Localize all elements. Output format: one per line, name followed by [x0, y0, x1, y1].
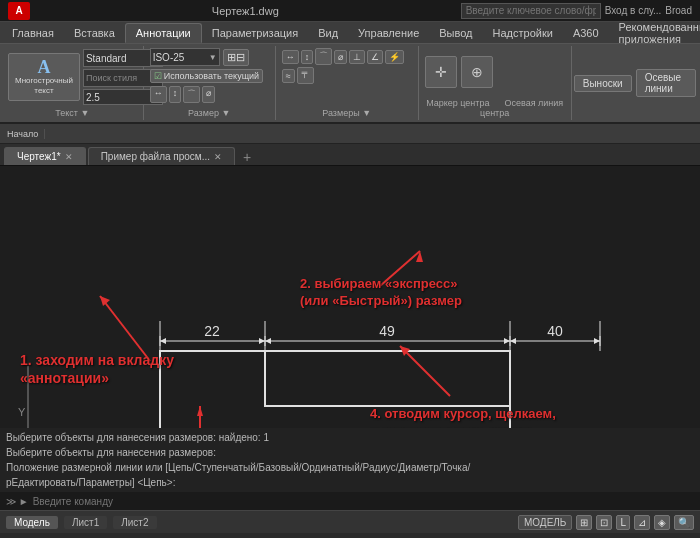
- razmer-btn-8[interactable]: ≈: [282, 69, 295, 83]
- toolbar-separator: |: [43, 128, 46, 139]
- ribbon-group-size: ISO-25 ▼ ⊞⊟ ☑ Использовать текущий ↔ ↕ ⌒…: [146, 46, 276, 120]
- multiline-text-button[interactable]: A Многострочныйтекст: [8, 53, 80, 100]
- razmer-btn-4[interactable]: ⌀: [334, 50, 347, 64]
- annotation-2: 2. выбираем «экспресс» (или «Быстрый») р…: [300, 276, 462, 310]
- polar-toggle[interactable]: ⊿: [634, 515, 650, 530]
- ribbon-group-text: A Многострочныйтекст Standard ▼ Поиск ст…: [4, 46, 144, 120]
- markers-label: Маркер центра Осевая линия центра: [425, 96, 565, 118]
- status-right: МОДЕЛЬ ⊞ ⊡ L ⊿ ◈ 🔍: [518, 515, 694, 530]
- text-icon: A: [37, 58, 50, 76]
- chevron-down-icon: ▼: [209, 53, 217, 62]
- bottom-section: Выберите объекты для нанесения размеров:…: [0, 428, 700, 538]
- svg-text:49: 49: [379, 323, 395, 339]
- broad-label: Broad: [665, 5, 692, 16]
- status-line-3: Положение размерной линии или [Цепь/Ступ…: [6, 460, 694, 475]
- tab-parametrize[interactable]: Параметризация: [202, 23, 308, 43]
- dim-btn-1[interactable]: ↔: [150, 86, 167, 103]
- multiline-text-label: Многострочныйтекст: [15, 76, 73, 95]
- size-group-content: ISO-25 ▼ ⊞⊟ ☑ Использовать текущий ↔ ↕ ⌒…: [150, 48, 263, 106]
- doc-tabs: Чертеж1* ✕ Пример файла просм... ✕ +: [0, 144, 700, 166]
- size-row2: ☑ Использовать текущий: [150, 69, 263, 83]
- doc-tab-drawing1[interactable]: Чертеж1* ✕: [4, 147, 86, 165]
- layout2-tab[interactable]: Лист2: [113, 516, 156, 529]
- grid-toggle[interactable]: ⊞: [576, 515, 592, 530]
- title-bar-left: A: [8, 2, 30, 20]
- status-line-1: Выберите объекты для нанесения размеров:…: [6, 430, 694, 445]
- svg-text:40: 40: [547, 323, 563, 339]
- status-bottom: Модель Лист1 Лист2 МОДЕЛЬ ⊞ ⊡ L ⊿ ◈ 🔍: [0, 511, 700, 533]
- title-bar-right: Вход в слу... Broad: [461, 3, 692, 19]
- model-tab[interactable]: Модель: [6, 516, 58, 529]
- razmer-btn-1[interactable]: ↔: [282, 50, 299, 64]
- razmer-btn-7[interactable]: ⚡: [385, 50, 404, 64]
- annotation-1: 1. заходим на вкладку «аннотации»: [20, 351, 174, 387]
- status-line-2: Выберите объекты для нанесения размеров:: [6, 445, 694, 460]
- svg-text:22: 22: [204, 323, 220, 339]
- toolbar-home[interactable]: Начало: [4, 128, 41, 140]
- tab-insert[interactable]: Вставка: [64, 23, 125, 43]
- tab-annotations[interactable]: Аннотации: [125, 23, 202, 43]
- tab-addons[interactable]: Надстройки: [483, 23, 563, 43]
- layout1-tab[interactable]: Лист1: [64, 516, 107, 529]
- autocad-logo[interactable]: A: [8, 2, 30, 20]
- tab-manage[interactable]: Управление: [348, 23, 429, 43]
- title-bar: A Чертеж1.dwg Вход в слу... Broad: [0, 0, 700, 22]
- razmerы-content: ↔ ↕ ⌒ ⌀ ⊥ ∠ ⚡ ≈ 〒: [282, 48, 412, 106]
- ribbon-tabs: Главная Вставка Аннотации Параметризация…: [0, 22, 700, 44]
- checkbox-icon: ☑: [154, 71, 162, 81]
- login-label: Вход в слу...: [605, 5, 662, 16]
- razmerы-label: Размеры ▼: [282, 106, 412, 118]
- dim-btn-3[interactable]: ⌒: [183, 86, 200, 103]
- ortho-toggle[interactable]: L: [616, 515, 630, 530]
- razmer-btn-3[interactable]: ⌒: [315, 48, 332, 65]
- close-tab-icon[interactable]: ✕: [214, 152, 222, 162]
- close-tab-icon[interactable]: ✕: [65, 152, 73, 162]
- title-text: Чертеж1.dwg: [30, 5, 461, 17]
- zoom-controls[interactable]: 🔍: [674, 515, 694, 530]
- search-input[interactable]: [461, 3, 601, 19]
- tab-home[interactable]: Главная: [2, 23, 64, 43]
- doc-tab-example[interactable]: Пример файла просм... ✕: [88, 147, 235, 165]
- model-toggle-btn[interactable]: МОДЕЛЬ: [518, 515, 572, 530]
- use-current-checkbox[interactable]: ☑ Использовать текущий: [150, 69, 263, 83]
- marker-center-btn[interactable]: ✛: [425, 56, 457, 88]
- status-bar: Модель Лист1 Лист2 МОДЕЛЬ ⊞ ⊡ L ⊿ ◈ 🔍: [0, 510, 700, 538]
- tab-output[interactable]: Вывод: [429, 23, 482, 43]
- tab-a360[interactable]: A360: [563, 23, 609, 43]
- right-ribbon: Выноски Осевые линии: [574, 46, 696, 120]
- razmer-btn-2[interactable]: ↕: [301, 50, 314, 64]
- axis-center-btn[interactable]: ⊕: [461, 56, 493, 88]
- ribbon-panel: A Многострочныйтекст Standard ▼ Поиск ст…: [0, 44, 700, 124]
- text-group-content: A Многострочныйтекст Standard ▼ Поиск ст…: [8, 48, 163, 106]
- cmd-arrow-icon: ≫ ►: [6, 496, 29, 507]
- razmer-btn-6[interactable]: ∠: [367, 50, 383, 64]
- osnap-toggle[interactable]: ◈: [654, 515, 670, 530]
- ribbon-group-markers: ✛ ⊕ Маркер центра Осевая линия центра: [421, 46, 572, 120]
- markers-content: ✛ ⊕: [425, 48, 493, 96]
- dim-btn-4[interactable]: ⌀: [202, 86, 215, 103]
- tab-recommended[interactable]: Рекомендованные приложения: [609, 23, 700, 43]
- ribbon-group-razmerы: ↔ ↕ ⌒ ⌀ ⊥ ∠ ⚡ ≈ 〒 Размеры ▼: [278, 46, 419, 120]
- dim-btn-2[interactable]: ↕: [169, 86, 182, 103]
- size-row3: ↔ ↕ ⌒ ⌀: [150, 86, 216, 103]
- size-row1: ISO-25 ▼ ⊞⊟: [150, 48, 249, 66]
- razmer-btn-5[interactable]: ⊥: [349, 50, 365, 64]
- vynosk-button[interactable]: Выноски: [574, 75, 632, 92]
- osevye-button[interactable]: Осевые линии: [636, 69, 696, 97]
- iso-dropdown[interactable]: ISO-25 ▼: [150, 48, 220, 66]
- svg-text:Y: Y: [18, 406, 26, 418]
- snap-toggle[interactable]: ⊡: [596, 515, 612, 530]
- text-group-label: Текст ▼: [8, 106, 137, 118]
- size-group-label: Размер ▼: [150, 106, 269, 118]
- status-line-4: рЕдактировать/Параметры] <Цепь>:: [6, 475, 694, 490]
- razmer-btn-9[interactable]: 〒: [297, 67, 314, 84]
- tab-view[interactable]: Вид: [308, 23, 348, 43]
- size-tools-btn[interactable]: ⊞⊟: [223, 49, 249, 66]
- cmd-input[interactable]: [33, 496, 694, 507]
- status-output: Выберите объекты для нанесения размеров:…: [0, 428, 700, 492]
- toolbar-strip: Начало |: [0, 124, 700, 144]
- cmd-input-area: ≫ ►: [0, 492, 700, 510]
- add-tab-button[interactable]: +: [237, 149, 257, 165]
